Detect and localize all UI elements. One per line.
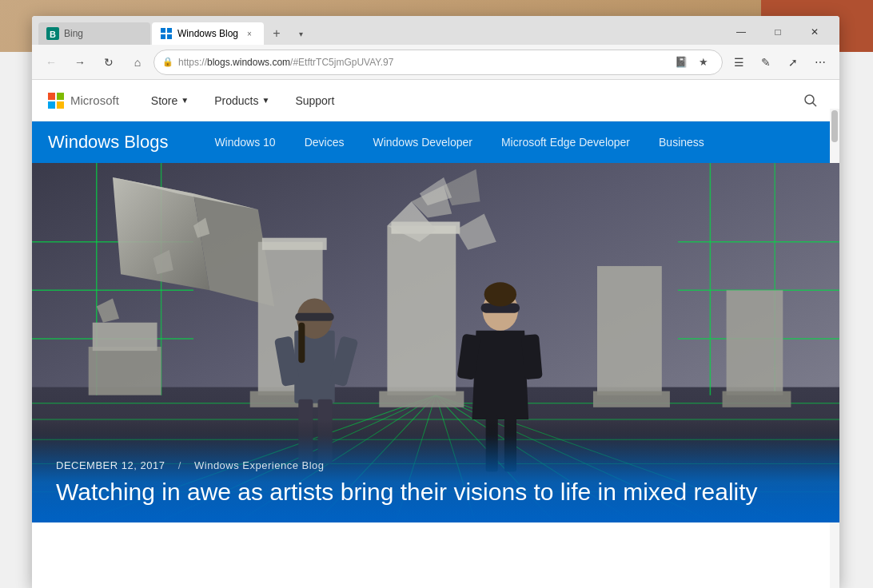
search-icon bbox=[803, 93, 818, 108]
tab-windows-blog-label: Windows Blog bbox=[177, 28, 238, 39]
blogs-nav-windows-developer[interactable]: Windows Developer bbox=[358, 121, 487, 163]
new-tab-button[interactable]: + bbox=[265, 22, 288, 45]
url-protocol: https:// bbox=[178, 57, 207, 68]
products-chevron-icon: ▼ bbox=[261, 96, 269, 105]
svg-rect-50 bbox=[597, 266, 662, 395]
maximize-button[interactable]: □ bbox=[759, 19, 796, 45]
logo-blue bbox=[48, 101, 55, 109]
page-content: Microsoft Store ▼ Products ▼ Support bbox=[32, 80, 839, 588]
svg-rect-5 bbox=[167, 34, 172, 39]
svg-rect-45 bbox=[262, 238, 327, 250]
store-chevron-icon: ▼ bbox=[181, 96, 189, 105]
navigation-bar: ← → ↻ ⌂ 🔒 https://blogs.windows.com/#Etf… bbox=[32, 45, 839, 80]
url-text: https://blogs.windows.com/#EtftrTC5jmGpU… bbox=[178, 57, 666, 68]
blogs-nav-business[interactable]: Business bbox=[644, 121, 719, 163]
tab-windows-blog[interactable]: Windows Blog × bbox=[152, 22, 264, 45]
forward-button[interactable]: → bbox=[67, 50, 93, 75]
more-options-button[interactable]: ⋯ bbox=[807, 50, 833, 75]
nav-right-icons: ☰ ✎ ➚ ⋯ bbox=[726, 50, 833, 75]
hub-button[interactable]: ☰ bbox=[726, 50, 751, 75]
logo-yellow bbox=[57, 101, 64, 109]
back-button[interactable]: ← bbox=[38, 50, 64, 75]
scrollbar-thumb bbox=[831, 110, 838, 142]
svg-rect-36 bbox=[89, 347, 161, 395]
microsoft-logo[interactable]: Microsoft bbox=[48, 93, 119, 109]
nav-item-products[interactable]: Products ▼ bbox=[201, 80, 282, 121]
blogs-header: Windows Blogs Windows 10 Devices Windows… bbox=[32, 121, 839, 163]
svg-rect-53 bbox=[723, 391, 791, 407]
window-controls: — □ ✕ bbox=[723, 19, 833, 45]
ms-nav-items: Store ▼ Products ▼ Support bbox=[138, 80, 798, 121]
svg-line-7 bbox=[813, 102, 817, 106]
share-button[interactable]: ➚ bbox=[780, 50, 806, 75]
blogs-nav-windows10[interactable]: Windows 10 bbox=[200, 121, 289, 163]
blogs-nav-devices[interactable]: Devices bbox=[290, 121, 359, 163]
svg-text:B: B bbox=[50, 30, 56, 39]
windows-tab-icon bbox=[160, 27, 173, 40]
svg-rect-37 bbox=[93, 323, 157, 351]
url-domain: blogs.windows.com bbox=[207, 57, 290, 68]
caption-separator: / bbox=[175, 459, 185, 471]
refresh-button[interactable]: ↻ bbox=[96, 50, 122, 75]
bing-tab-icon: B bbox=[46, 27, 59, 40]
caption-title: Watching in awe as artists bring their v… bbox=[56, 478, 815, 507]
svg-point-69 bbox=[484, 282, 516, 306]
microsoft-logo-text: Microsoft bbox=[70, 93, 119, 107]
tabs-dropdown-button[interactable]: ▾ bbox=[289, 22, 312, 45]
search-button[interactable] bbox=[798, 88, 823, 113]
caption-overlay: DECEMBER 12, 2017 / Windows Experience B… bbox=[32, 435, 839, 522]
svg-rect-47 bbox=[387, 226, 456, 395]
hero-section: DECEMBER 12, 2017 / Windows Experience B… bbox=[32, 163, 839, 522]
microsoft-logo-grid bbox=[48, 93, 64, 109]
nav-item-support[interactable]: Support bbox=[282, 80, 347, 121]
notes-button[interactable]: ✎ bbox=[753, 50, 779, 75]
blogs-nav: Windows 10 Devices Windows Developer Mic… bbox=[200, 121, 718, 163]
tab-bing[interactable]: B Bing bbox=[38, 22, 150, 45]
caption-date: DECEMBER 12, 2017 / Windows Experience B… bbox=[56, 459, 815, 471]
svg-rect-61 bbox=[295, 313, 333, 321]
caption-category: Windows Experience Blog bbox=[194, 459, 325, 471]
url-path: /#EtftrTC5jmGpUVAY.97 bbox=[290, 57, 393, 68]
home-button[interactable]: ⌂ bbox=[125, 50, 150, 75]
logo-green bbox=[57, 93, 64, 100]
svg-rect-62 bbox=[298, 323, 305, 364]
tabs-bar: B Bing Windows Blog × + ▾ — □ ✕ bbox=[32, 16, 839, 45]
microsoft-nav: Microsoft Store ▼ Products ▼ Support bbox=[32, 80, 839, 121]
blogs-title[interactable]: Windows Blogs bbox=[48, 132, 168, 153]
svg-rect-51 bbox=[593, 391, 670, 407]
logo-red bbox=[48, 93, 55, 100]
reading-view-icon[interactable]: 📓 bbox=[671, 52, 692, 73]
address-bar-icons: 📓 ★ bbox=[671, 52, 714, 73]
svg-rect-52 bbox=[727, 290, 783, 395]
svg-rect-3 bbox=[167, 28, 172, 33]
close-button[interactable]: ✕ bbox=[796, 19, 833, 45]
lock-icon: 🔒 bbox=[162, 57, 173, 67]
svg-rect-2 bbox=[161, 28, 165, 33]
svg-point-6 bbox=[805, 95, 814, 104]
favorites-icon[interactable]: ★ bbox=[693, 52, 714, 73]
svg-rect-49 bbox=[379, 391, 464, 407]
tab-close-button[interactable]: × bbox=[243, 27, 256, 40]
minimize-button[interactable]: — bbox=[723, 19, 759, 45]
blogs-nav-edge-developer[interactable]: Microsoft Edge Developer bbox=[487, 121, 644, 163]
nav-item-store[interactable]: Store ▼ bbox=[138, 80, 201, 121]
address-bar[interactable]: 🔒 https://blogs.windows.com/#EtftrTC5jmG… bbox=[153, 50, 723, 75]
svg-rect-4 bbox=[161, 34, 165, 39]
browser-window: B Bing Windows Blog × + ▾ — □ ✕ ← → bbox=[32, 16, 839, 588]
tab-bing-label: Bing bbox=[64, 28, 83, 39]
